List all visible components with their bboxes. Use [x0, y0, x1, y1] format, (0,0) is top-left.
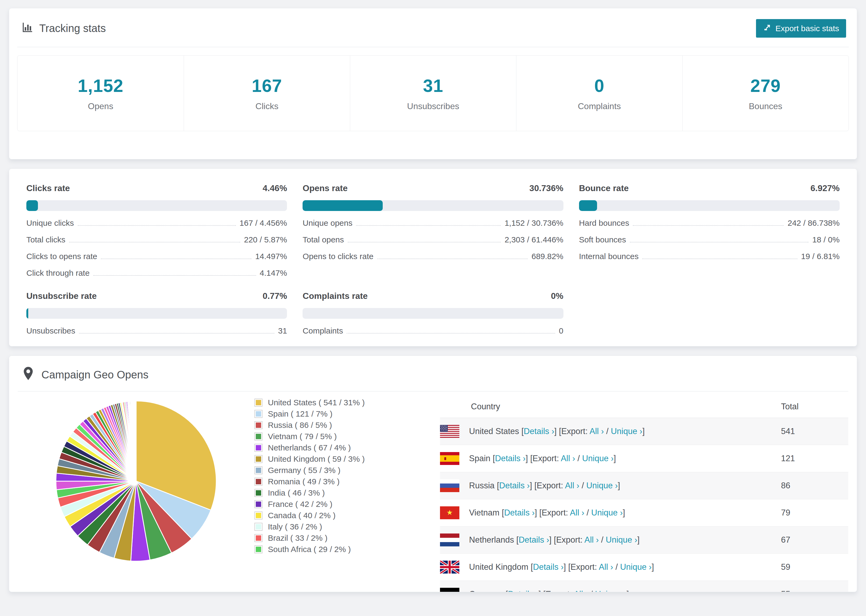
geo-pie-chart[interactable]: [18, 395, 238, 592]
summary-clicks: 167 Clicks: [184, 56, 350, 131]
stat-label: Unique opens: [302, 218, 352, 228]
complaints-count: 0: [594, 75, 605, 96]
flag-united-states-icon: [440, 425, 459, 438]
total-cell: 79: [781, 508, 790, 518]
export-all-link[interactable]: All ›: [574, 589, 588, 592]
details-link[interactable]: Details ›: [499, 481, 530, 490]
legend-swatch: [254, 511, 263, 520]
stat-value: 19 / 6.81%: [801, 252, 840, 261]
legend-swatch: [254, 410, 263, 418]
total-cell: 67: [781, 535, 790, 545]
complaints-rate-panel: Complaints rate 0% Complaints0: [302, 291, 563, 335]
legend-label: Canada ( 40 / 2% ): [268, 511, 335, 520]
legend-item-romania[interactable]: Romania ( 49 / 3% ): [254, 478, 424, 486]
legend-label: France ( 42 / 2% ): [268, 500, 332, 509]
clicks-rate-value: 4.46%: [263, 183, 287, 193]
export-all-link[interactable]: All ›: [565, 481, 579, 490]
export-unique-link[interactable]: Unique ›: [582, 454, 614, 463]
rates-card: Clicks rate 4.46% Unique clicks167 / 4.4…: [9, 168, 857, 346]
legend-swatch: [254, 421, 263, 429]
country-name: Germany: [469, 589, 503, 592]
stat-label: Clicks to opens rate: [26, 252, 97, 261]
dotted-leader: [348, 242, 501, 242]
legend-label: Italy ( 36 / 2% ): [268, 522, 322, 531]
stat-value: 167 / 4.456%: [239, 218, 287, 228]
export-unique-link[interactable]: Unique ›: [606, 535, 637, 545]
opens-rate-title: Opens rate: [302, 183, 348, 193]
export-button-label: Export basic stats: [775, 24, 839, 33]
legend-swatch: [254, 523, 263, 531]
unsubscribe-rate-panel: Unsubscribe rate 0.77% Unsubscribes31: [26, 291, 287, 335]
legend-swatch: [254, 534, 263, 542]
legend-item-south-africa[interactable]: South Africa ( 29 / 2% ): [254, 545, 424, 553]
stat-label: Total clicks: [26, 235, 65, 244]
table-row-russia: Russia [Details ›] [Export: All › / Uniq…: [440, 472, 848, 499]
legend-item-india[interactable]: India ( 46 / 3% ): [254, 489, 424, 497]
export-basic-stats-button[interactable]: Export basic stats: [756, 19, 846, 38]
unsubscribe-rate-value: 0.77%: [263, 291, 287, 301]
legend-item-brazil[interactable]: Brazil ( 33 / 2% ): [254, 534, 424, 542]
stat-value: 31: [278, 326, 287, 335]
export-all-link[interactable]: All ›: [584, 535, 599, 545]
export-all-link[interactable]: All ›: [561, 454, 575, 463]
country-cell: Russia [Details ›] [Export: All › / Uniq…: [469, 481, 620, 490]
export-unique-link[interactable]: Unique ›: [620, 562, 652, 572]
geo-content: United States ( 541 / 31% ) Spain ( 121 …: [18, 395, 848, 592]
stat-value: 14.497%: [255, 252, 287, 261]
export-all-link[interactable]: All ›: [599, 562, 613, 572]
legend-swatch: [254, 489, 263, 497]
legend-label: United Kingdom ( 59 / 3% ): [268, 454, 365, 464]
legend-item-canada[interactable]: Canada ( 40 / 2% ): [254, 511, 424, 520]
legend-item-vietnam[interactable]: Vietnam ( 79 / 5% ): [254, 432, 424, 440]
details-link[interactable]: Details ›: [495, 454, 526, 463]
bounce-rate-panel: Bounce rate 6.927% Hard bounces242 / 86.…: [579, 183, 840, 278]
dotted-leader: [630, 242, 808, 242]
export-unique-link[interactable]: Unique ›: [586, 481, 618, 490]
legend-item-france[interactable]: France ( 42 / 2% ): [254, 500, 424, 508]
table-row-vietnam: Vietnam [Details ›] [Export: All › / Uni…: [440, 499, 848, 526]
summary-bounces: 279 Bounces: [682, 56, 849, 131]
legend-item-spain[interactable]: Spain ( 121 / 7% ): [254, 410, 424, 418]
country-cell: Spain [Details ›] [Export: All › / Uniqu…: [469, 454, 616, 464]
bounces-count: 279: [750, 75, 781, 96]
export-unique-link[interactable]: Unique ›: [595, 589, 627, 592]
stat-value: 4.147%: [260, 269, 287, 278]
legend-label: Romania ( 49 / 3% ): [268, 477, 340, 486]
summary-opens: 1,152 Opens: [17, 56, 184, 131]
country-cell: Netherlands [Details ›] [Export: All › /…: [469, 535, 639, 545]
country-name: United States: [469, 426, 519, 436]
details-link[interactable]: Details ›: [518, 535, 549, 545]
opens-rate-panel: Opens rate 30.736% Unique opens1,152 / 3…: [302, 183, 563, 278]
geo-opens-header: Campaign Geo Opens: [18, 366, 848, 383]
unsubscribes-label: Unsubscribes: [407, 101, 459, 111]
clicks-count: 167: [252, 75, 282, 96]
legend-swatch: [254, 455, 263, 463]
details-link[interactable]: Details ›: [524, 426, 554, 436]
table-header-row: Country Total: [440, 395, 848, 418]
export-all-link[interactable]: All ›: [570, 508, 584, 517]
legend-item-italy[interactable]: Italy ( 36 / 2% ): [254, 523, 424, 531]
stat-label: Total opens: [302, 235, 344, 244]
table-row-united-kingdom: United Kingdom [Details ›] [Export: All …: [440, 554, 848, 581]
legend-item-united-kingdom[interactable]: United Kingdom ( 59 / 3% ): [254, 455, 424, 463]
details-link[interactable]: Details ›: [533, 562, 564, 572]
legend-item-germany[interactable]: Germany ( 55 / 3% ): [254, 466, 424, 475]
details-link[interactable]: Details ›: [508, 589, 539, 592]
total-cell: 59: [781, 562, 790, 572]
legend-item-netherlands[interactable]: Netherlands ( 67 / 4% ): [254, 444, 424, 452]
export-all-link[interactable]: All ›: [589, 426, 604, 436]
flag-vietnam-icon: [440, 506, 459, 519]
legend-swatch: [254, 500, 263, 508]
legend-item-russia[interactable]: Russia ( 86 / 5% ): [254, 421, 424, 429]
legend-item-united-states[interactable]: United States ( 541 / 31% ): [254, 399, 424, 407]
table-row-spain: Spain [Details ›] [Export: All › / Uniqu…: [440, 445, 848, 472]
export-unique-link[interactable]: Unique ›: [611, 426, 642, 436]
details-link[interactable]: Details ›: [504, 508, 535, 517]
stat-value: 2,303 / 61.446%: [505, 235, 564, 244]
bounce-rate-value: 6.927%: [810, 183, 840, 193]
export-unique-link[interactable]: Unique ›: [591, 508, 623, 517]
opens-count: 1,152: [78, 75, 123, 96]
legend-swatch: [254, 444, 263, 452]
opens-rate-value: 30.736%: [529, 183, 563, 193]
flag-russia-icon: [440, 479, 459, 492]
